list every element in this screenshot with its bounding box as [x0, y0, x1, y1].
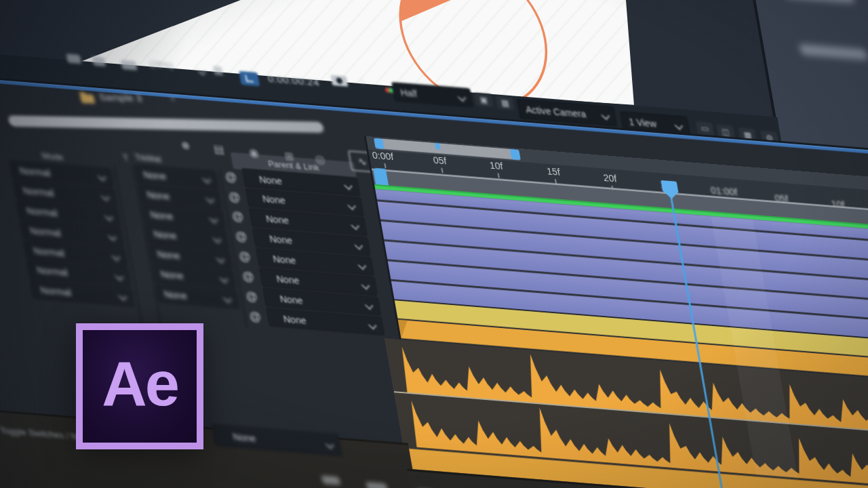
chevron-down-icon	[111, 252, 120, 261]
trkmat-select-value: None	[142, 169, 167, 182]
chevron-down-icon	[361, 281, 370, 290]
mode-select-value: Normal	[33, 245, 65, 258]
bottom-icon-blur[interactable]	[321, 476, 340, 485]
chevron-down-icon	[115, 272, 124, 281]
monitor-icon: ▣	[479, 95, 488, 105]
parent-select-value: None	[265, 213, 290, 226]
view-layout-value: 1 View	[628, 116, 657, 128]
pick-whip-icon[interactable]: @	[248, 310, 262, 325]
snapshot-camera-icon[interactable]	[331, 75, 349, 87]
parent-select-value: None	[272, 253, 296, 266]
pixel-aspect-button[interactable]: ▭	[696, 121, 714, 136]
mode-select-value: Normal	[26, 205, 58, 218]
parent-select-value: None	[262, 193, 286, 206]
chevron-down-icon	[675, 121, 684, 129]
pick-whip-icon[interactable]: @	[231, 210, 245, 225]
after-effects-logo: Ae	[76, 323, 203, 449]
panels-icon: ◫	[721, 126, 730, 136]
mode-select-value: Normal	[22, 185, 55, 199]
chevron-down-icon	[210, 215, 218, 224]
toolbar-icon-blur[interactable]	[121, 60, 137, 70]
panel-item-blur	[782, 0, 855, 3]
pick-whip-icon[interactable]: @	[245, 289, 258, 304]
chevron-down-icon	[216, 255, 225, 264]
bottom-parent-value: None	[232, 431, 256, 444]
target-region-button[interactable]: ▣	[474, 93, 493, 107]
parent-select-value: None	[258, 174, 283, 186]
chevron-down-icon	[213, 235, 222, 243]
chevron-down-icon	[202, 175, 211, 184]
mode-column-header[interactable]: Mode	[41, 150, 64, 162]
parent-select-value: None	[275, 273, 300, 286]
chevron-down-icon	[326, 440, 334, 449]
work-area-start-handle[interactable]	[374, 138, 384, 149]
ae-logo-text: Ae	[102, 348, 178, 420]
trkmat-select-value: None	[153, 228, 177, 241]
pick-whip-icon[interactable]: @	[241, 270, 255, 285]
trkmat-select-value: None	[156, 248, 180, 261]
toolbar-icon-blur[interactable]	[66, 54, 81, 64]
mode-select-value: Normal	[36, 264, 68, 278]
chevron-down-icon	[355, 241, 363, 250]
mode-select-value: Normal	[29, 224, 62, 238]
chevron-down-icon	[101, 192, 110, 201]
toolbar-icon-blur[interactable]	[92, 56, 106, 66]
trkmat-select-value: None	[163, 288, 188, 301]
rulers-toggle-button[interactable]	[239, 71, 260, 86]
chevron-down-icon	[104, 212, 113, 221]
3d-view-value: Active Camera	[525, 104, 587, 119]
work-area-end-handle[interactable]	[510, 149, 521, 160]
chevron-down-icon	[365, 301, 374, 310]
chevron-down-icon	[119, 292, 127, 301]
chevron-down-icon	[368, 321, 377, 330]
chevron-down-icon	[98, 173, 106, 182]
chevron-down-icon	[108, 232, 117, 241]
monitor-icon: ▭	[701, 123, 710, 134]
resolution-value: Half	[399, 87, 418, 98]
chevron-down-icon	[358, 261, 367, 270]
trkmat-select-value: None	[149, 209, 174, 222]
parent-select-value: None	[269, 233, 293, 246]
checkerboard-icon: ▩	[500, 98, 510, 108]
chevron-down-icon	[347, 201, 356, 210]
after-effects-screenshot: (29%) ▦ 0:00:00:24 ◌ Half ▣ ▩ Active Cam…	[0, 0, 868, 488]
transparency-grid-button[interactable]: ▩	[495, 96, 514, 110]
timeline-tab[interactable]: Sample 3	[98, 91, 143, 104]
marker-tick[interactable]	[435, 143, 441, 150]
trkmat-select-value: None	[159, 268, 184, 281]
chevron-down-icon	[220, 274, 229, 283]
pick-whip-icon[interactable]: @	[235, 230, 248, 245]
comp-tab-icon	[80, 94, 96, 104]
magnification-select[interactable]: (29%)	[149, 58, 174, 70]
parent-select-value: None	[279, 293, 303, 306]
chevron-down-icon	[206, 195, 215, 203]
chevron-down-icon	[344, 182, 353, 190]
chevron-down-icon	[458, 93, 467, 102]
trkmat-select-value: None	[146, 188, 170, 201]
pick-whip-icon[interactable]: @	[228, 190, 241, 205]
chevron-down-icon	[351, 222, 359, 230]
chevron-down-icon	[223, 294, 232, 303]
chevron-down-icon	[601, 111, 610, 120]
mode-select-value: Normal	[39, 285, 72, 298]
axis-icon	[245, 75, 254, 82]
parent-select-value: None	[282, 312, 307, 325]
panel-item-blur	[799, 44, 868, 60]
mode-select-value: Normal	[18, 165, 51, 178]
